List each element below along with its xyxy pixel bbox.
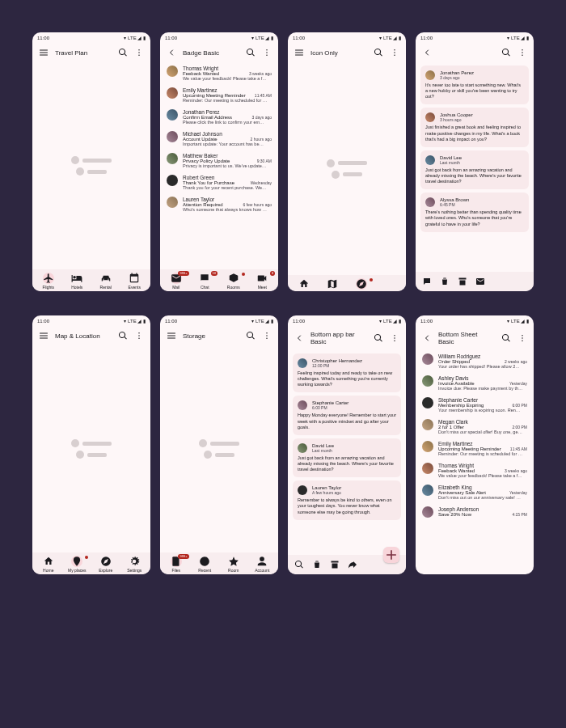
content-placeholder — [32, 62, 150, 269]
more-icon[interactable] — [134, 48, 144, 57]
page-title: Badge Basic — [183, 49, 239, 57]
list-item[interactable]: Stephanie Carter Membership Expiring6:00… — [416, 394, 534, 416]
feed-card[interactable]: Stephanie Carter 6:00 PM Happy Monday ev… — [293, 396, 401, 434]
list-item[interactable]: Thomas Wright Feeback Wanted3 weeks ago … — [160, 62, 278, 84]
menu-icon[interactable] — [39, 48, 49, 57]
feed-card[interactable]: Christopher Hernandez 12:00 PM Feeling i… — [293, 353, 401, 392]
list-item[interactable]: Lauren Taylor Attention Required6 few ho… — [160, 193, 278, 215]
rooms-icon — [228, 273, 239, 284]
status-icons: ▾ LTE ◢ ▮ — [124, 318, 146, 324]
badge-dot — [85, 556, 88, 559]
search-icon[interactable] — [501, 333, 511, 343]
back-icon[interactable] — [167, 48, 176, 57]
trash-icon[interactable] — [440, 277, 450, 286]
more-icon[interactable] — [262, 48, 272, 57]
item-name: Ashley Davis — [438, 375, 469, 381]
more-icon[interactable] — [262, 331, 272, 341]
bottom-app-bar — [416, 272, 534, 291]
menu-icon[interactable] — [294, 48, 304, 57]
avatar — [422, 506, 433, 518]
list-item[interactable]: William Rodriguez Order Shipped2 weeks a… — [416, 350, 534, 372]
feed-card[interactable]: David Lee Last month Just got back from … — [293, 438, 401, 477]
list-item[interactable]: Emily Martinez Upcoming Meeting Reminder… — [160, 84, 278, 106]
mail-icon[interactable] — [475, 277, 485, 286]
nav-item[interactable]: Explore — [91, 556, 120, 573]
trash-icon[interactable] — [312, 560, 322, 569]
more-icon[interactable] — [390, 48, 399, 57]
nav-item[interactable]: Rooms — [219, 273, 248, 290]
more-icon[interactable] — [134, 331, 144, 341]
nav-item[interactable]: Flights — [34, 273, 63, 290]
nav-item[interactable]: 3 Meet — [248, 273, 277, 290]
feed-card[interactable]: David Lee Last month Just got back from … — [420, 150, 529, 189]
nav-item[interactable]: Settings — [120, 556, 150, 573]
nav-label: Rooms — [227, 285, 240, 290]
feed-card[interactable]: Jonathan Perez 3 days ago It's never too… — [420, 66, 529, 104]
menu-icon[interactable] — [39, 331, 49, 341]
search-icon[interactable] — [246, 48, 256, 57]
nav-label: Account — [255, 568, 269, 573]
more-icon[interactable] — [517, 333, 527, 343]
bottom-nav: Home My places Explore Settings — [32, 552, 150, 574]
search-icon[interactable] — [118, 48, 128, 57]
card-text: Just got back from an amazing vacation a… — [425, 167, 524, 184]
forward-icon[interactable] — [348, 560, 357, 569]
archive-icon[interactable] — [458, 277, 467, 286]
list-item[interactable]: Elizabeth King Anniversary Sale AlertYes… — [416, 481, 534, 503]
list-item[interactable]: Michael Johnson Account Update2 hours ag… — [160, 128, 278, 150]
nav-item[interactable] — [289, 278, 319, 290]
message-list: William Rodriguez Order Shipped2 weeks a… — [416, 350, 534, 521]
feed-card[interactable]: Alyssa Brown 6:45 PM There's nothing bet… — [420, 193, 529, 231]
back-icon[interactable] — [422, 48, 432, 57]
nav-item[interactable]: 10 Chat — [191, 273, 220, 290]
status-bar: 11:00 ▾ LTE ◢ ▮ — [32, 32, 150, 43]
fab-add[interactable] — [383, 547, 399, 563]
nav-item[interactable]: Recent — [191, 556, 220, 573]
avatar — [298, 443, 307, 453]
menu-icon[interactable] — [167, 331, 176, 341]
nav-item[interactable]: My places — [63, 556, 92, 573]
top-app-bar: Bottom Sheet Basic — [416, 326, 534, 350]
list-item[interactable]: Matthew Baker Privacy Policy Update9:30 … — [160, 150, 278, 171]
back-icon[interactable] — [422, 333, 432, 343]
nav-item[interactable]: Home — [34, 556, 63, 573]
list-item[interactable]: Ashley Davis Invoice AvailableYesterday … — [416, 372, 534, 394]
nav-label: Settings — [127, 568, 142, 573]
badge: 999+ — [178, 554, 188, 559]
back-icon[interactable] — [294, 333, 304, 343]
badge-dot — [370, 278, 373, 281]
nav-item[interactable]: Hotels — [63, 273, 92, 290]
search-icon[interactable] — [246, 331, 256, 341]
list-item[interactable]: Megan Clark 2 for 1 Offer2:00 PM Don't m… — [416, 416, 534, 438]
nav-item[interactable]: Rental — [91, 273, 120, 290]
nav-item[interactable]: Account — [248, 556, 277, 573]
nav-item[interactable]: 999+ Files — [162, 556, 191, 573]
nav-item[interactable] — [376, 278, 405, 290]
list-item[interactable]: Jonathan Perez Confirm Email Address3 da… — [160, 106, 278, 128]
nav-item[interactable]: Events — [120, 273, 150, 290]
feed-card[interactable]: Lauren Taylor A few hours ago Remember t… — [293, 480, 401, 519]
list-item[interactable]: Robert Green Thank You for PurchaseWedne… — [160, 171, 278, 193]
more-icon[interactable] — [390, 333, 399, 343]
nav-item[interactable] — [319, 278, 348, 290]
archive-icon[interactable] — [330, 560, 340, 569]
mail-icon: 999+ — [171, 273, 182, 284]
list-item[interactable]: Joseph Anderson Save 20% Now4:15 PM — [416, 503, 534, 521]
comment-icon[interactable] — [422, 277, 432, 286]
search-icon[interactable] — [118, 331, 128, 341]
more-icon[interactable] — [517, 48, 527, 57]
nav-item[interactable]: 999+ Mail — [162, 273, 191, 290]
bottom-nav: 999+ Files Recent Room Account — [160, 552, 278, 574]
nav-item[interactable] — [347, 278, 376, 290]
search-icon[interactable] — [294, 560, 304, 569]
search-icon[interactable] — [374, 333, 383, 343]
list-item[interactable]: Emily Martinez Upcoming Meeting Reminder… — [416, 438, 534, 459]
search-icon[interactable] — [374, 48, 383, 57]
feed-card[interactable]: Joshua Cooper 3 hours ago Just finished … — [420, 108, 529, 146]
nav-item[interactable]: Room — [219, 556, 248, 573]
item-name: Robert Green — [183, 175, 214, 180]
list-item[interactable]: Thomas Wright Feeback Wanted3 weeks ago … — [416, 459, 534, 481]
item-name: Emily Martinez — [438, 441, 473, 447]
search-icon[interactable] — [501, 48, 511, 57]
nav-label: Hotels — [71, 285, 82, 290]
